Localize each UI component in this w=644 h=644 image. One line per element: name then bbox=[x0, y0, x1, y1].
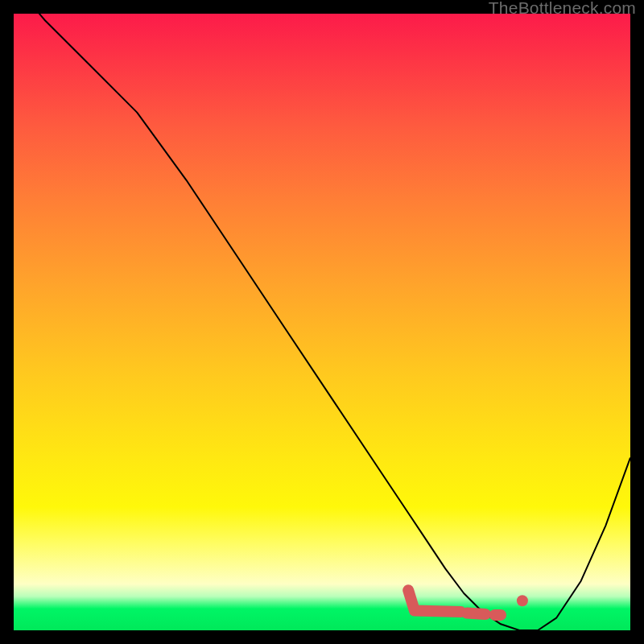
marker-dot bbox=[517, 595, 528, 606]
plot-area bbox=[14, 14, 630, 630]
chart-svg bbox=[14, 14, 630, 630]
bottleneck-curve bbox=[14, 14, 630, 630]
marker-l-segment bbox=[408, 590, 460, 612]
marker-dash-1 bbox=[467, 613, 485, 615]
chart-container: TheBottleneck.com bbox=[0, 0, 644, 644]
